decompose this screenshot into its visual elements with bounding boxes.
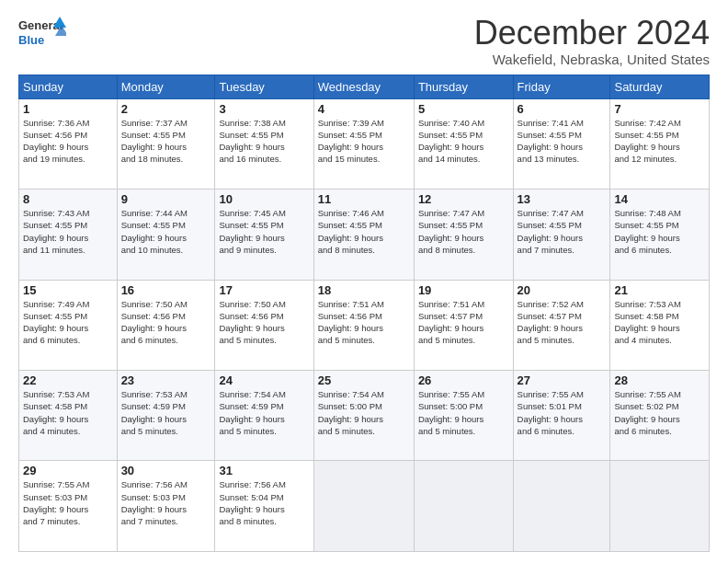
- day-info: Sunrise: 7:47 AMSunset: 4:55 PMDaylight:…: [418, 208, 484, 255]
- calendar-header-day: Sunday: [19, 75, 118, 98]
- calendar-header-day: Saturday: [610, 75, 710, 98]
- day-number: 21: [614, 283, 705, 297]
- day-info: Sunrise: 7:40 AMSunset: 4:55 PMDaylight:…: [418, 118, 484, 165]
- day-number: 27: [518, 373, 607, 387]
- day-info: Sunrise: 7:37 AMSunset: 4:55 PMDaylight:…: [121, 118, 188, 165]
- day-number: 7: [614, 102, 705, 116]
- day-info: Sunrise: 7:38 AMSunset: 4:55 PMDaylight:…: [219, 118, 285, 165]
- calendar-week-row: 29 Sunrise: 7:55 AMSunset: 5:03 PMDaylig…: [19, 461, 710, 552]
- header: General Blue December 2024 Wakefield, Ne…: [18, 15, 710, 67]
- day-info: Sunrise: 7:53 AMSunset: 4:58 PMDaylight:…: [23, 389, 89, 436]
- calendar-cell: 11 Sunrise: 7:46 AMSunset: 4:55 PMDaylig…: [313, 190, 414, 280]
- day-number: 29: [23, 464, 113, 477]
- day-info: Sunrise: 7:45 AMSunset: 4:55 PMDaylight:…: [219, 208, 285, 255]
- calendar-cell: 19 Sunrise: 7:51 AMSunset: 4:57 PMDaylig…: [414, 280, 513, 370]
- calendar-header-row: SundayMondayTuesdayWednesdayThursdayFrid…: [19, 75, 710, 98]
- day-number: 14: [614, 192, 705, 206]
- day-info: Sunrise: 7:55 AMSunset: 5:01 PMDaylight:…: [518, 389, 584, 436]
- calendar-body: 1 Sunrise: 7:36 AMSunset: 4:56 PMDayligh…: [19, 98, 710, 551]
- day-number: 2: [121, 102, 211, 116]
- calendar-cell: 7 Sunrise: 7:42 AMSunset: 4:55 PMDayligh…: [610, 98, 710, 189]
- calendar-cell: 15 Sunrise: 7:49 AMSunset: 4:55 PMDaylig…: [19, 280, 118, 370]
- day-number: 28: [614, 373, 705, 387]
- day-info: Sunrise: 7:56 AMSunset: 5:03 PMDaylight:…: [121, 479, 188, 526]
- calendar-cell: 21 Sunrise: 7:53 AMSunset: 4:58 PMDaylig…: [610, 280, 710, 370]
- day-number: 15: [23, 283, 113, 297]
- calendar-cell: 1 Sunrise: 7:36 AMSunset: 4:56 PMDayligh…: [19, 98, 118, 189]
- calendar-week-row: 15 Sunrise: 7:49 AMSunset: 4:55 PMDaylig…: [19, 280, 710, 370]
- day-info: Sunrise: 7:53 AMSunset: 4:59 PMDaylight:…: [121, 389, 188, 436]
- calendar-cell: 26 Sunrise: 7:55 AMSunset: 5:00 PMDaylig…: [414, 371, 513, 461]
- day-info: Sunrise: 7:55 AMSunset: 5:03 PMDaylight:…: [23, 479, 89, 526]
- day-info: Sunrise: 7:51 AMSunset: 4:57 PMDaylight:…: [418, 299, 484, 346]
- calendar-cell: 27 Sunrise: 7:55 AMSunset: 5:01 PMDaylig…: [513, 371, 610, 461]
- svg-text:Blue: Blue: [18, 33, 44, 47]
- page: General Blue December 2024 Wakefield, Ne…: [0, 0, 728, 563]
- day-number: 22: [23, 373, 113, 387]
- day-number: 25: [318, 373, 410, 387]
- calendar-cell: 12 Sunrise: 7:47 AMSunset: 4:55 PMDaylig…: [414, 190, 513, 280]
- calendar-header-day: Monday: [117, 75, 215, 98]
- day-number: 6: [518, 102, 607, 116]
- calendar-cell: 17 Sunrise: 7:50 AMSunset: 4:56 PMDaylig…: [215, 280, 313, 370]
- title-block: December 2024 Wakefield, Nebraska, Unite…: [474, 15, 710, 67]
- day-number: 12: [418, 192, 509, 206]
- calendar-cell: 29 Sunrise: 7:55 AMSunset: 5:03 PMDaylig…: [19, 461, 118, 552]
- day-info: Sunrise: 7:54 AMSunset: 4:59 PMDaylight:…: [219, 389, 285, 436]
- day-number: 31: [219, 464, 309, 477]
- calendar-week-row: 22 Sunrise: 7:53 AMSunset: 4:58 PMDaylig…: [19, 371, 710, 461]
- calendar-cell: 5 Sunrise: 7:40 AMSunset: 4:55 PMDayligh…: [414, 98, 513, 189]
- day-number: 16: [121, 283, 211, 297]
- calendar-cell: 2 Sunrise: 7:37 AMSunset: 4:55 PMDayligh…: [117, 98, 215, 189]
- day-info: Sunrise: 7:49 AMSunset: 4:55 PMDaylight:…: [23, 299, 89, 346]
- day-number: 23: [121, 373, 211, 387]
- calendar-cell: 22 Sunrise: 7:53 AMSunset: 4:58 PMDaylig…: [19, 371, 118, 461]
- day-number: 30: [121, 464, 211, 477]
- main-title: December 2024: [474, 15, 710, 52]
- day-number: 5: [418, 102, 509, 116]
- subtitle: Wakefield, Nebraska, United States: [474, 52, 710, 67]
- day-info: Sunrise: 7:36 AMSunset: 4:56 PMDaylight:…: [23, 118, 89, 165]
- day-info: Sunrise: 7:46 AMSunset: 4:55 PMDaylight:…: [318, 208, 384, 255]
- calendar-cell: 24 Sunrise: 7:54 AMSunset: 4:59 PMDaylig…: [215, 371, 313, 461]
- day-number: 19: [418, 283, 509, 297]
- day-number: 18: [318, 283, 410, 297]
- day-info: Sunrise: 7:55 AMSunset: 5:02 PMDaylight:…: [614, 389, 680, 436]
- day-info: Sunrise: 7:50 AMSunset: 4:56 PMDaylight:…: [121, 299, 188, 346]
- day-number: 1: [23, 102, 113, 116]
- day-info: Sunrise: 7:48 AMSunset: 4:55 PMDaylight:…: [614, 208, 680, 255]
- day-number: 24: [219, 373, 309, 387]
- day-info: Sunrise: 7:56 AMSunset: 5:04 PMDaylight:…: [219, 479, 285, 526]
- day-number: 13: [518, 192, 607, 206]
- calendar-cell: 16 Sunrise: 7:50 AMSunset: 4:56 PMDaylig…: [117, 280, 215, 370]
- day-number: 11: [318, 192, 410, 206]
- day-info: Sunrise: 7:44 AMSunset: 4:55 PMDaylight:…: [121, 208, 188, 255]
- logo-svg: General Blue: [18, 15, 66, 48]
- day-number: 8: [23, 192, 113, 206]
- day-info: Sunrise: 7:39 AMSunset: 4:55 PMDaylight:…: [318, 118, 384, 165]
- calendar-header-day: Thursday: [414, 75, 513, 98]
- calendar-cell: 13 Sunrise: 7:47 AMSunset: 4:55 PMDaylig…: [513, 190, 610, 280]
- day-number: 9: [121, 192, 211, 206]
- day-info: Sunrise: 7:47 AMSunset: 4:55 PMDaylight:…: [518, 208, 584, 255]
- day-info: Sunrise: 7:50 AMSunset: 4:56 PMDaylight:…: [219, 299, 285, 346]
- calendar-table: SundayMondayTuesdayWednesdayThursdayFrid…: [18, 75, 710, 552]
- calendar-cell: [513, 461, 610, 552]
- calendar-cell: 6 Sunrise: 7:41 AMSunset: 4:55 PMDayligh…: [513, 98, 610, 189]
- logo: General Blue: [18, 15, 66, 48]
- calendar-cell: 18 Sunrise: 7:51 AMSunset: 4:56 PMDaylig…: [313, 280, 414, 370]
- day-info: Sunrise: 7:53 AMSunset: 4:58 PMDaylight:…: [614, 299, 680, 346]
- calendar-cell: 4 Sunrise: 7:39 AMSunset: 4:55 PMDayligh…: [313, 98, 414, 189]
- calendar-header-day: Wednesday: [313, 75, 414, 98]
- calendar-cell: 30 Sunrise: 7:56 AMSunset: 5:03 PMDaylig…: [117, 461, 215, 552]
- calendar-week-row: 8 Sunrise: 7:43 AMSunset: 4:55 PMDayligh…: [19, 190, 710, 280]
- calendar-cell: [313, 461, 414, 552]
- calendar-header-day: Friday: [513, 75, 610, 98]
- calendar-cell: [414, 461, 513, 552]
- calendar-cell: 28 Sunrise: 7:55 AMSunset: 5:02 PMDaylig…: [610, 371, 710, 461]
- day-info: Sunrise: 7:51 AMSunset: 4:56 PMDaylight:…: [318, 299, 384, 346]
- calendar-header-day: Tuesday: [215, 75, 313, 98]
- calendar-cell: 8 Sunrise: 7:43 AMSunset: 4:55 PMDayligh…: [19, 190, 118, 280]
- calendar-cell: 25 Sunrise: 7:54 AMSunset: 5:00 PMDaylig…: [313, 371, 414, 461]
- calendar-week-row: 1 Sunrise: 7:36 AMSunset: 4:56 PMDayligh…: [19, 98, 710, 189]
